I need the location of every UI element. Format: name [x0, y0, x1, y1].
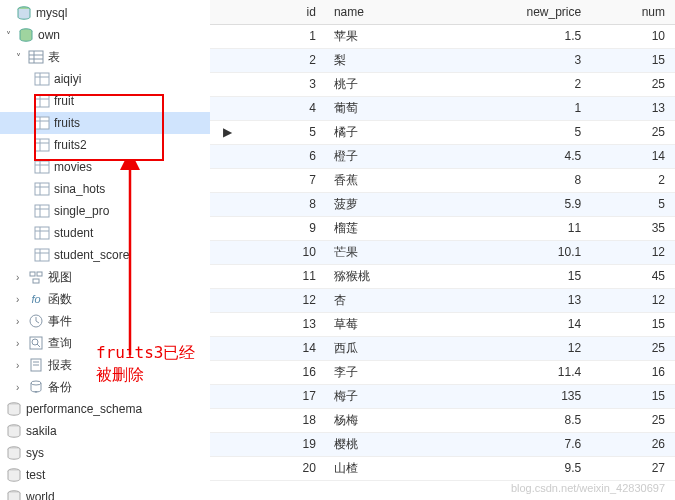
functions-folder[interactable]: ›fo函数 — [0, 288, 210, 310]
cell-name[interactable]: 橙子 — [326, 144, 452, 168]
cell-name[interactable]: 樱桃 — [326, 432, 452, 456]
cell-new_price[interactable]: 8.5 — [452, 408, 592, 432]
db-item[interactable]: test — [0, 464, 210, 486]
cell-new_price[interactable]: 15 — [452, 264, 592, 288]
table-row[interactable]: 20山楂9.527 — [210, 456, 675, 480]
expand-icon[interactable]: › — [16, 338, 28, 349]
cell-num[interactable]: 12 — [591, 288, 675, 312]
table-item[interactable]: single_pro — [0, 200, 210, 222]
expand-icon[interactable]: › — [16, 316, 28, 327]
cell-num[interactable]: 25 — [591, 336, 675, 360]
table-row[interactable]: 13草莓1415 — [210, 312, 675, 336]
collapse-icon[interactable]: ˅ — [6, 30, 18, 41]
table-row[interactable]: 4葡萄113 — [210, 96, 675, 120]
col-header-new-price[interactable]: new_price — [452, 0, 592, 24]
cell-name[interactable]: 杨梅 — [326, 408, 452, 432]
cell-new_price[interactable]: 10.1 — [452, 240, 592, 264]
cell-id[interactable]: 2 — [248, 48, 326, 72]
table-row[interactable]: 1苹果1.510 — [210, 24, 675, 48]
cell-id[interactable]: 18 — [248, 408, 326, 432]
cell-id[interactable]: 17 — [248, 384, 326, 408]
events-folder[interactable]: ›事件 — [0, 310, 210, 332]
cell-new_price[interactable]: 2 — [452, 72, 592, 96]
views-folder[interactable]: ›视图 — [0, 266, 210, 288]
cell-num[interactable]: 16 — [591, 360, 675, 384]
table-row[interactable]: 19樱桃7.626 — [210, 432, 675, 456]
col-header-id[interactable]: id — [248, 0, 326, 24]
cell-num[interactable]: 45 — [591, 264, 675, 288]
table-row[interactable]: 10芒果10.112 — [210, 240, 675, 264]
db-item[interactable]: sakila — [0, 420, 210, 442]
cell-new_price[interactable]: 11.4 — [452, 360, 592, 384]
cell-name[interactable]: 榴莲 — [326, 216, 452, 240]
cell-name[interactable]: 草莓 — [326, 312, 452, 336]
table-row[interactable]: 14西瓜1225 — [210, 336, 675, 360]
cell-id[interactable]: 5 — [248, 120, 326, 144]
db-item[interactable]: performance_schema — [0, 398, 210, 420]
cell-num[interactable]: 12 — [591, 240, 675, 264]
cell-new_price[interactable]: 12 — [452, 336, 592, 360]
data-grid[interactable]: id name new_price num 1苹果1.5102梨3153桃子22… — [210, 0, 675, 481]
cell-num[interactable]: 26 — [591, 432, 675, 456]
cell-new_price[interactable]: 135 — [452, 384, 592, 408]
cell-new_price[interactable]: 14 — [452, 312, 592, 336]
cell-name[interactable]: 西瓜 — [326, 336, 452, 360]
db-item[interactable]: world — [0, 486, 210, 500]
cell-id[interactable]: 9 — [248, 216, 326, 240]
cell-name[interactable]: 李子 — [326, 360, 452, 384]
cell-num[interactable]: 15 — [591, 48, 675, 72]
cell-new_price[interactable]: 5 — [452, 120, 592, 144]
backup-folder[interactable]: ›备份 — [0, 376, 210, 398]
expand-icon[interactable]: › — [16, 382, 28, 393]
table-row[interactable]: 17梅子13515 — [210, 384, 675, 408]
cell-new_price[interactable]: 13 — [452, 288, 592, 312]
reports-folder[interactable]: ›报表 — [0, 354, 210, 376]
cell-id[interactable]: 14 — [248, 336, 326, 360]
cell-id[interactable]: 3 — [248, 72, 326, 96]
cell-name[interactable]: 葡萄 — [326, 96, 452, 120]
table-item[interactable]: movies — [0, 156, 210, 178]
table-item[interactable]: sina_hots — [0, 178, 210, 200]
queries-folder[interactable]: ›查询 — [0, 332, 210, 354]
db-item[interactable]: sys — [0, 442, 210, 464]
cell-num[interactable]: 14 — [591, 144, 675, 168]
cell-id[interactable]: 8 — [248, 192, 326, 216]
cell-id[interactable]: 20 — [248, 456, 326, 480]
cell-new_price[interactable]: 11 — [452, 216, 592, 240]
table-row[interactable]: 3桃子225 — [210, 72, 675, 96]
cell-id[interactable]: 11 — [248, 264, 326, 288]
collapse-icon[interactable]: ˅ — [16, 52, 28, 63]
cell-new_price[interactable]: 4.5 — [452, 144, 592, 168]
cell-name[interactable]: 芒果 — [326, 240, 452, 264]
cell-num[interactable]: 15 — [591, 312, 675, 336]
cell-name[interactable]: 杏 — [326, 288, 452, 312]
cell-new_price[interactable]: 9.5 — [452, 456, 592, 480]
cell-id[interactable]: 4 — [248, 96, 326, 120]
cell-num[interactable]: 10 — [591, 24, 675, 48]
cell-id[interactable]: 12 — [248, 288, 326, 312]
table-row[interactable]: 12杏1312 — [210, 288, 675, 312]
cell-num[interactable]: 2 — [591, 168, 675, 192]
cell-id[interactable]: 1 — [248, 24, 326, 48]
cell-new_price[interactable]: 7.6 — [452, 432, 592, 456]
table-row[interactable]: 9榴莲1135 — [210, 216, 675, 240]
db-mysql[interactable]: mysql — [0, 2, 210, 24]
cell-name[interactable]: 梨 — [326, 48, 452, 72]
table-row[interactable]: 6橙子4.514 — [210, 144, 675, 168]
db-own[interactable]: ˅ own — [0, 24, 210, 46]
table-item[interactable]: fruits2 — [0, 134, 210, 156]
table-row[interactable]: 18杨梅8.525 — [210, 408, 675, 432]
cell-num[interactable]: 25 — [591, 408, 675, 432]
table-row[interactable]: ▶5橘子525 — [210, 120, 675, 144]
cell-num[interactable]: 15 — [591, 384, 675, 408]
table-item-selected[interactable]: fruits — [0, 112, 210, 134]
cell-id[interactable]: 6 — [248, 144, 326, 168]
cell-name[interactable]: 桃子 — [326, 72, 452, 96]
cell-num[interactable]: 25 — [591, 120, 675, 144]
expand-icon[interactable]: › — [16, 360, 28, 371]
col-header-num[interactable]: num — [591, 0, 675, 24]
cell-name[interactable]: 橘子 — [326, 120, 452, 144]
cell-id[interactable]: 10 — [248, 240, 326, 264]
cell-id[interactable]: 16 — [248, 360, 326, 384]
cell-name[interactable]: 梅子 — [326, 384, 452, 408]
